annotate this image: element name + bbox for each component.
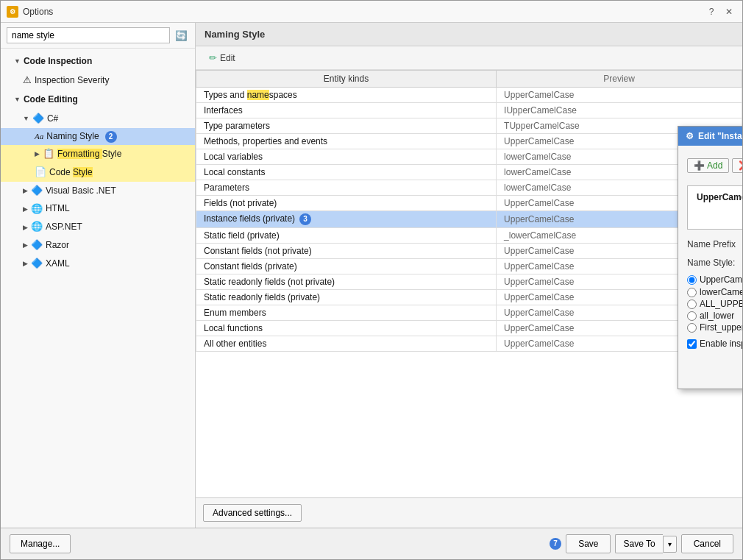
radio-first-upper-input[interactable]: [687, 323, 697, 333]
cancel-button[interactable]: Cancel: [681, 534, 733, 553]
radio-all-upper-input[interactable]: [687, 300, 697, 309]
sidebar-label: Naming Style: [46, 130, 99, 143]
radio-first-upper-label: First_upper: [700, 322, 742, 333]
sidebar-item-naming-style[interactable]: Aа Naming Style 2: [1, 128, 195, 145]
search-button[interactable]: 🔄: [173, 27, 189, 43]
radio-all-lower-input[interactable]: [687, 311, 697, 321]
sidebar-item-xaml[interactable]: ▶ 🔷 XAML: [1, 255, 195, 273]
save-to-dropdown-button[interactable]: ▾: [663, 536, 677, 553]
save-button[interactable]: Save: [566, 534, 611, 553]
formatting-icon: 📋: [43, 146, 54, 162]
table-row[interactable]: Fields (not private)UpperCamelCase: [196, 196, 742, 211]
radio-lower-camel-input[interactable]: [687, 288, 697, 297]
entity-cell: Type parameters: [196, 118, 497, 134]
table-row[interactable]: Methods, properties and eventsUpperCamel…: [196, 134, 742, 149]
table-row[interactable]: Type parametersTUpperCamelCase: [196, 118, 742, 134]
entity-cell: Local constants: [196, 165, 497, 180]
remove-button[interactable]: ❌ Remove: [732, 158, 742, 173]
app-icon: ⚙: [7, 6, 18, 18]
add-button[interactable]: ➕ Add: [687, 158, 729, 173]
sidebar-item-code-editing[interactable]: ▼ Code Editing: [1, 90, 195, 110]
sidebar-label: Inspection Severity: [35, 74, 109, 88]
close-button[interactable]: ✕: [722, 4, 736, 19]
table-row[interactable]: Constant fields (private)UpperCamelCase: [196, 259, 742, 274]
radio-lower-camel-label: lowerCamelCase: [700, 287, 742, 297]
table-row[interactable]: ParameterslowerCamelCase: [196, 180, 742, 196]
search-bar: 🔄: [1, 23, 195, 49]
radio-all-lower: all_lower: [687, 311, 742, 321]
title-bar: ⚙ Options ? ✕: [1, 1, 742, 23]
window-title: Options: [23, 7, 53, 17]
table-row[interactable]: Local constantslowerCamelCase: [196, 165, 742, 180]
entity-table: Entity kinds Preview Types and namespace…: [196, 70, 742, 352]
radio-upper-camel: UpperCamelCase 5: [687, 274, 742, 286]
dialog-header: ⚙ Edit "Instance fields (private)" Rule …: [678, 127, 742, 146]
help-button[interactable]: ?: [704, 4, 719, 19]
entity-table-container: Entity kinds Preview Types and namespace…: [196, 70, 742, 497]
save-to-button[interactable]: Save To: [615, 534, 662, 553]
badge-7: 7: [550, 538, 561, 550]
sidebar-item-razor[interactable]: ▶ 🔷 Razor: [1, 236, 195, 255]
razor-icon: 🔷: [31, 238, 43, 253]
table-row[interactable]: Static readonly fields (not private)Uppe…: [196, 274, 742, 290]
enable-inspections-checkbox[interactable]: [687, 339, 697, 349]
chevron-icon: ▼: [14, 56, 21, 66]
table-row[interactable]: Types and namespacesUpperCamelCase: [196, 88, 742, 103]
table-row[interactable]: Enum membersUpperCamelCase: [196, 305, 742, 321]
table-row[interactable]: Local variableslowerCamelCase: [196, 149, 742, 165]
dialog-footer: 6 Set: [687, 355, 742, 381]
html-icon: 🌐: [31, 202, 43, 217]
chevron-icon: ▶: [23, 185, 28, 196]
code-style-icon: 📄: [35, 165, 46, 180]
sidebar-item-asp-net[interactable]: ▶ 🌐 ASP.NET: [1, 218, 195, 236]
edit-button[interactable]: ✏ Edit: [203, 51, 241, 65]
radio-lower-camel: lowerCamelCase: [687, 287, 742, 297]
sidebar-item-html[interactable]: ▶ 🌐 HTML: [1, 200, 195, 219]
manage-button[interactable]: Manage...: [10, 534, 71, 553]
table-row[interactable]: Local functionsUpperCamelCase: [196, 321, 742, 336]
style-list-item: UpperCamelCase (default): [694, 191, 742, 204]
style-list: UpperCamelCase (default): [687, 185, 742, 230]
radio-all-upper-label: ALL_UPPER: [700, 299, 742, 309]
chevron-icon: ▼: [23, 113, 29, 124]
sidebar-item-code-inspection[interactable]: ▼ Code Inspection: [1, 52, 195, 71]
radio-all-upper: ALL_UPPER: [687, 299, 742, 309]
sidebar-item-inspection-severity[interactable]: ⚠ Inspection Severity: [1, 71, 195, 90]
badge-2: 2: [105, 131, 117, 143]
advanced-bar: Advanced settings...: [196, 497, 742, 528]
sidebar-item-formatting-style[interactable]: ▶ 📋 Formatting Style: [1, 145, 195, 163]
entity-cell: Types and namespaces: [196, 88, 497, 103]
radio-upper-camel-input[interactable]: [687, 275, 697, 285]
sidebar: 🔄 ▼ Code Inspection ⚠ Inspection Severit…: [1, 23, 196, 528]
preview-cell: IUpperCamelCase: [497, 103, 742, 118]
table-row[interactable]: Instance fields (private)3UpperCamelCase: [196, 211, 742, 228]
sidebar-label: Code Style: [49, 166, 93, 180]
table-row[interactable]: InterfacesIUpperCamelCase: [196, 103, 742, 118]
chevron-icon: ▶: [23, 240, 28, 250]
sidebar-label: ASP.NET: [46, 220, 82, 234]
dialog-body: ➕ Add ❌ Remove 🔼 Move Up 🔽: [678, 146, 742, 389]
sidebar-item-vb[interactable]: ▶ 🔷 Visual Basic .NET: [1, 182, 195, 200]
enable-inspections-label: Enable inspections: [700, 339, 742, 349]
entity-cell: Fields (not private): [196, 196, 497, 211]
edit-toolbar: ✏ Edit: [196, 46, 742, 70]
sidebar-label: HTML: [46, 202, 70, 216]
table-row[interactable]: Static readonly fields (private)UpperCam…: [196, 290, 742, 305]
table-row[interactable]: Static field (private)_lowerCamelCase: [196, 228, 742, 244]
name-style-section: Name Style: UpperCamelCase 5 UpperCamelC…: [687, 258, 742, 333]
entity-cell: Constant fields (private): [196, 259, 497, 274]
col-entity-header: Entity kinds: [196, 71, 497, 88]
sidebar-item-code-style[interactable]: 📄 Code Style: [1, 163, 195, 182]
table-row[interactable]: Constant fields (not private)UpperCamelC…: [196, 244, 742, 259]
preview-cell: UpperCamelCase: [497, 88, 742, 103]
table-row[interactable]: All other entitiesUpperCamelCase: [196, 336, 742, 352]
entity-cell: Static readonly fields (private): [196, 290, 497, 305]
naming-icon: Aа: [35, 130, 43, 143]
tree: ▼ Code Inspection ⚠ Inspection Severity …: [1, 49, 195, 528]
radio-all-lower-label: all_lower: [700, 311, 734, 321]
sidebar-item-csharp[interactable]: ▼ 🔷 C#: [1, 110, 195, 128]
search-input[interactable]: [7, 27, 170, 43]
radio-upper-camel-label: UpperCamelCase: [700, 274, 742, 285]
advanced-settings-button[interactable]: Advanced settings...: [203, 504, 302, 522]
entity-cell: Constant fields (not private): [196, 244, 497, 259]
